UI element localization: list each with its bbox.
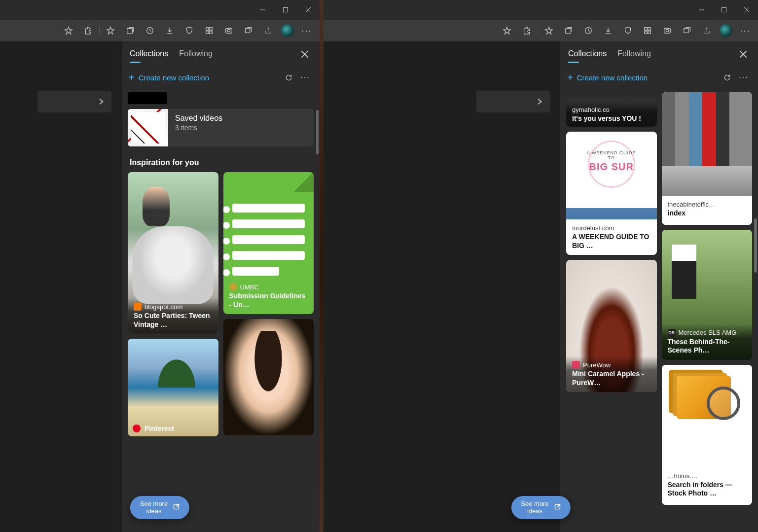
browser-toolbar: ···	[0, 20, 320, 41]
inspiration-card[interactable]: gymaholic.co It's you versus YOU !	[566, 92, 657, 127]
window-close[interactable]	[297, 0, 320, 20]
history-icon[interactable]	[140, 23, 160, 38]
share-icon[interactable]	[697, 23, 717, 38]
more-menu-icon[interactable]: ···	[735, 26, 755, 36]
inspiration-card[interactable]: …hotos.… Search in folders — Stock Photo…	[662, 365, 753, 505]
inspiration-card[interactable]: UMBC Submission Guidelines - Un…	[223, 172, 314, 314]
apps-icon[interactable]	[638, 23, 657, 38]
svg-marker-23	[545, 27, 552, 34]
svg-rect-29	[648, 31, 650, 34]
window-close[interactable]	[735, 0, 758, 20]
svg-point-13	[227, 29, 230, 32]
card-source: Mercedes SLS AMG ·	[679, 329, 740, 336]
tab-collections[interactable]: Collections	[568, 49, 607, 61]
svg-rect-28	[645, 31, 647, 34]
profile-avatar[interactable]	[281, 24, 294, 37]
history-icon[interactable]	[578, 23, 598, 38]
inspiration-card[interactable]: DSMercedes SLS AMG · These Behind-The-Sc…	[662, 230, 753, 360]
inspiration-card[interactable]: Pinterest	[128, 339, 218, 436]
collections-icon[interactable]	[559, 23, 578, 38]
collection-saved-videos[interactable]: Saved videos 3 items	[128, 109, 314, 146]
close-panel-icon[interactable]	[736, 47, 750, 63]
card-image	[662, 365, 753, 467]
svg-rect-26	[645, 28, 647, 30]
toolbar-separator	[99, 26, 100, 35]
card-source: thecabinetoffic…	[668, 201, 747, 208]
plus-icon: +	[567, 72, 573, 82]
downloads-icon[interactable]	[598, 23, 618, 38]
extensions-icon[interactable]	[78, 23, 98, 38]
panel-more-icon[interactable]: ···	[736, 70, 751, 85]
card-title: A WEEKEND GUIDE TO BIG …	[572, 233, 651, 250]
svg-rect-14	[246, 29, 250, 33]
card-source: …hotos.…	[668, 472, 747, 480]
window-minimize[interactable]	[252, 0, 274, 20]
window-maximize[interactable]	[713, 0, 735, 20]
favorites-star-icon[interactable]	[59, 23, 78, 38]
card-title: Mini Caramel Apples - PureW…	[572, 370, 651, 387]
source-icon: DS	[668, 329, 676, 337]
extensions-icon[interactable]	[517, 23, 537, 38]
toolbar-separator	[538, 26, 538, 35]
window-minimize[interactable]	[690, 0, 713, 20]
card-title: These Behind-The-Scenes Ph…	[668, 338, 747, 355]
window-maximize[interactable]	[274, 0, 297, 20]
tab-following[interactable]: Following	[179, 49, 213, 61]
profile-avatar[interactable]	[720, 24, 732, 37]
create-collection-button[interactable]: + Create new collection	[129, 72, 279, 82]
collection-item[interactable]	[128, 92, 167, 104]
svg-rect-27	[648, 28, 650, 30]
inspiration-card[interactable]: BIG SUR tourdelust.com A WEEKEND GUIDE T…	[566, 132, 657, 255]
see-more-button[interactable]: See more ideas	[511, 496, 570, 519]
tabs-icon[interactable]	[677, 23, 697, 38]
svg-marker-22	[504, 27, 510, 34]
panel-scrollbar[interactable]	[754, 218, 757, 273]
card-source: UMBC	[240, 284, 259, 291]
tabs-icon[interactable]	[239, 23, 258, 38]
tab-collections[interactable]: Collections	[130, 49, 168, 61]
inspiration-heading: Inspiration for you	[130, 158, 314, 167]
collections-icon[interactable]	[120, 23, 140, 38]
shield-icon[interactable]	[180, 23, 199, 38]
see-more-button[interactable]: See more ideas	[130, 496, 189, 519]
share-icon[interactable]	[258, 23, 278, 38]
screenshot-icon[interactable]	[657, 23, 677, 38]
favorites-star-icon[interactable]	[497, 23, 517, 38]
browser-toolbar: ···	[324, 20, 758, 41]
panel-scrollbar[interactable]	[316, 110, 319, 154]
svg-rect-10	[206, 31, 209, 34]
favorites-add-icon[interactable]	[101, 23, 120, 38]
inspiration-card[interactable]: PureWow Mini Caramel Apples - PureW…	[566, 260, 657, 392]
card-image	[662, 166, 753, 196]
svg-rect-32	[684, 29, 688, 33]
refresh-icon[interactable]	[720, 70, 734, 85]
forward-nav-card[interactable]	[476, 91, 550, 112]
apps-icon[interactable]	[199, 23, 219, 38]
inspiration-card[interactable]	[223, 319, 314, 435]
panel-more-icon[interactable]: ···	[298, 70, 313, 85]
close-panel-icon[interactable]	[298, 47, 312, 63]
inspiration-card[interactable]: blogspot.com So Cute Parties: Tween Vint…	[128, 172, 218, 334]
downloads-icon[interactable]	[160, 23, 180, 38]
tab-following[interactable]: Following	[617, 49, 651, 61]
refresh-icon[interactable]	[281, 70, 296, 85]
favorites-add-icon[interactable]	[539, 23, 559, 38]
titlebar	[324, 0, 758, 20]
card-source: blogspot.com	[144, 303, 182, 311]
pinterest-badge: Pinterest	[133, 425, 174, 432]
card-title: It's you versus YOU !	[572, 114, 651, 123]
screenshot-icon[interactable]	[219, 23, 239, 38]
svg-rect-24	[566, 29, 571, 34]
umbc-icon	[229, 283, 237, 291]
more-menu-icon[interactable]: ···	[297, 26, 317, 36]
card-title: Search in folders — Stock Photo …	[668, 481, 747, 498]
forward-nav-card[interactable]	[37, 91, 111, 112]
card-source: gymaholic.co	[572, 106, 651, 113]
collection-thumbnail	[128, 109, 168, 146]
create-collection-button[interactable]: + Create new collection	[567, 72, 718, 82]
inspiration-card[interactable]: thecabinetoffic… index	[662, 92, 753, 225]
card-source: PureWow	[583, 361, 611, 369]
purewow-icon	[572, 361, 580, 369]
shield-icon[interactable]	[618, 23, 638, 38]
collection-title: Saved videos	[175, 114, 222, 123]
